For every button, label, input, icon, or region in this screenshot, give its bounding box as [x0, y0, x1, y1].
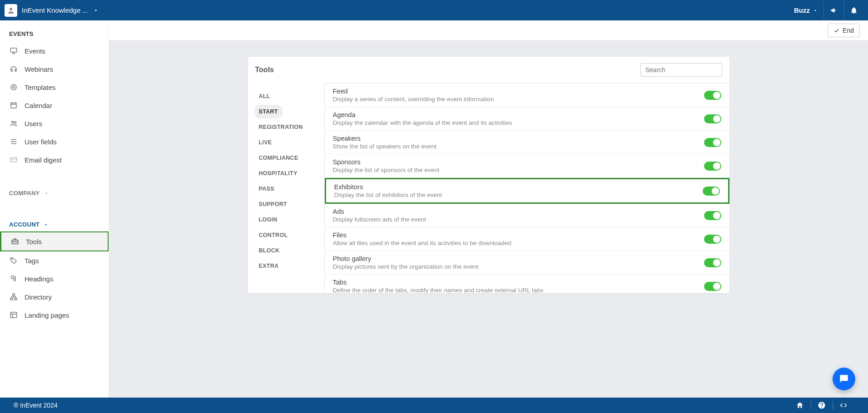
category-registration[interactable]: REGISTRATION	[254, 120, 308, 134]
tool-title: Sponsors	[333, 158, 699, 166]
bottombar: ® InEvent 2024	[0, 398, 868, 413]
tool-toggle[interactable]	[704, 114, 721, 123]
tool-toggle[interactable]	[704, 282, 721, 291]
tools-list[interactable]: FeedDisplay a series of content, overrid…	[325, 84, 729, 293]
tool-description: Display the list of exhibitors of the ev…	[334, 192, 697, 198]
sidebar-item-label: Directory	[25, 293, 52, 301]
tool-description: Display the calendar with the agenda of …	[333, 119, 699, 126]
home-button[interactable]	[789, 398, 811, 413]
tool-title: Photo gallery	[333, 255, 699, 262]
app-logo-icon	[5, 4, 17, 17]
sidebar-item-webinars[interactable]: Webinars	[0, 60, 109, 78]
tool-row-exhibitors: ExhibitorsDisplay the list of exhibitors…	[325, 178, 729, 204]
category-support[interactable]: SUPPORT	[254, 197, 292, 211]
announcements-button[interactable]	[823, 0, 843, 20]
svg-rect-11	[10, 298, 13, 300]
layout-icon	[9, 310, 18, 320]
tool-row-agenda: AgendaDisplay the calendar with the agen…	[325, 107, 729, 131]
search-input[interactable]	[640, 63, 722, 77]
main: End Tools ALLSTARTREGISTRATIONLIVECOMPLI…	[109, 20, 868, 398]
svg-point-2	[11, 84, 16, 90]
tool-description: Display pictures sent by the organizatio…	[333, 263, 699, 270]
category-all[interactable]: ALL	[254, 89, 275, 103]
chat-fab[interactable]	[833, 368, 855, 390]
sidebar: EVENTS Events Webinars Templates Calenda…	[0, 20, 109, 398]
category-pass[interactable]: PASS	[254, 182, 279, 196]
sidebar-item-label: Users	[25, 120, 42, 128]
tool-row-ads: AdsDisplay fullscreen ads of the event	[325, 204, 729, 227]
sidebar-item-label: User fields	[25, 138, 57, 146]
tool-title: Tabs	[333, 279, 699, 286]
tag-icon	[9, 256, 18, 265]
list-icon	[9, 137, 18, 146]
sidebar-item-label: Tools	[26, 238, 42, 246]
svg-point-0	[10, 8, 12, 10]
category-compliance[interactable]: COMPLIANCE	[254, 151, 303, 165]
svg-rect-1	[10, 48, 17, 52]
category-hospitality[interactable]: HOSPITALITY	[254, 167, 302, 180]
svg-point-5	[12, 121, 14, 123]
embed-button[interactable]	[833, 398, 854, 413]
topbar: InEvent Knowledge ... Buzz	[0, 0, 868, 20]
tool-title: Agenda	[333, 111, 699, 118]
category-live[interactable]: LIVE	[254, 136, 277, 149]
sidebar-item-events[interactable]: Events	[0, 42, 109, 60]
sidebar-item-label: Templates	[25, 84, 55, 91]
calendar-icon	[9, 101, 18, 110]
help-button[interactable]	[811, 398, 833, 413]
svg-rect-13	[10, 312, 17, 318]
tool-toggle[interactable]	[704, 211, 721, 220]
category-extra[interactable]: EXTRA	[254, 259, 283, 273]
tool-row-feed: FeedDisplay a series of content, overrid…	[325, 84, 729, 107]
panel-title: Tools	[255, 66, 274, 74]
sidebar-item-label: Tags	[25, 257, 39, 265]
sidebar-item-tags[interactable]: Tags	[0, 251, 109, 270]
end-button-label: End	[843, 27, 854, 34]
svg-point-6	[15, 122, 16, 123]
tool-toggle[interactable]	[704, 235, 721, 244]
category-login[interactable]: LOGIN	[254, 213, 282, 226]
tool-toggle[interactable]	[703, 187, 720, 196]
category-start[interactable]: START	[254, 105, 283, 118]
sidebar-item-label: Headings	[25, 275, 53, 283]
sitemap-icon	[9, 292, 18, 301]
toolbox-icon	[10, 237, 20, 246]
code-icon	[839, 401, 848, 409]
svg-point-3	[13, 86, 15, 88]
copyright: ® InEvent 2024	[14, 402, 58, 409]
template-icon	[9, 83, 18, 92]
user-menu[interactable]: Buzz	[789, 0, 823, 20]
sidebar-item-headings[interactable]: Headings	[0, 270, 109, 288]
brand-selector[interactable]: InEvent Knowledge ...	[5, 4, 99, 17]
sidebar-item-user-fields[interactable]: User fields	[0, 133, 109, 151]
category-control[interactable]: CONTROL	[254, 228, 293, 242]
chevron-down-icon	[93, 7, 99, 14]
end-button[interactable]: End	[828, 24, 860, 37]
sidebar-section-account[interactable]: ACCOUNT	[0, 214, 109, 231]
tools-panel: Tools ALLSTARTREGISTRATIONLIVECOMPLIANCE…	[248, 57, 729, 293]
svg-rect-12	[15, 298, 17, 300]
sidebar-item-email-digest[interactable]: Email digest	[0, 151, 109, 169]
sidebar-section-company[interactable]: COMPANY	[0, 182, 109, 200]
tool-description: Display a series of content, overriding …	[333, 96, 699, 103]
headset-icon	[9, 64, 18, 74]
sidebar-item-templates[interactable]: Templates	[0, 78, 109, 96]
sidebar-item-label: Calendar	[25, 102, 52, 109]
tool-title: Ads	[333, 208, 699, 215]
tool-toggle[interactable]	[704, 162, 721, 171]
sidebar-item-calendar[interactable]: Calendar	[0, 96, 109, 114]
user-label: Buzz	[794, 6, 810, 14]
notifications-button[interactable]	[843, 0, 863, 20]
svg-rect-7	[10, 158, 17, 162]
tool-toggle[interactable]	[704, 91, 721, 100]
category-block[interactable]: BLOCK	[254, 244, 284, 257]
sidebar-item-tools[interactable]: Tools	[0, 231, 109, 251]
tool-description: Allow all files used in the event and it…	[333, 240, 699, 246]
tool-toggle[interactable]	[704, 258, 721, 267]
sidebar-section-label: COMPANY	[9, 190, 40, 197]
tool-description: Define the order of the tabs, modify the…	[333, 287, 699, 293]
tool-toggle[interactable]	[704, 138, 721, 147]
sidebar-item-landing-pages[interactable]: Landing pages	[0, 306, 109, 324]
sidebar-item-directory[interactable]: Directory	[0, 288, 109, 306]
sidebar-item-users[interactable]: Users	[0, 114, 109, 133]
